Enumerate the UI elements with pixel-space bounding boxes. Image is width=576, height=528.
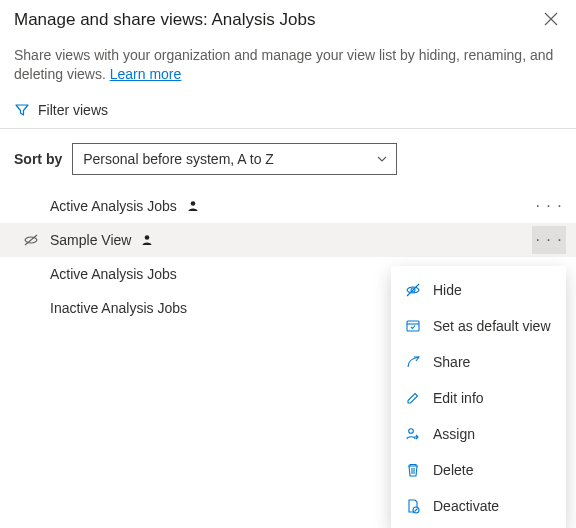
filter-label: Filter views [38,102,108,118]
menu-item-label: Edit info [433,390,484,406]
menu-item-share[interactable]: Share [391,344,566,380]
menu-item-hide[interactable]: Hide [391,272,566,308]
menu-item-edit-info[interactable]: Edit info [391,380,566,416]
menu-item-label: Set as default view [433,318,551,334]
person-icon [187,200,199,212]
svg-rect-3 [407,321,419,331]
share-icon [405,354,421,370]
menu-item-label: Deactivate [433,498,499,514]
learn-more-link[interactable]: Learn more [110,66,182,82]
menu-item-delete[interactable]: Delete [391,452,566,488]
menu-item-label: Share [433,354,470,370]
sort-label: Sort by [14,151,62,167]
menu-item-assign[interactable]: Assign [391,416,566,452]
menu-item-label: Hide [433,282,462,298]
close-icon [544,12,558,26]
view-label: Inactive Analysis Jobs [50,300,187,316]
assign-icon [405,426,421,442]
menu-item-label: Assign [433,426,475,442]
person-icon [141,234,153,246]
view-label: Sample View [50,232,131,248]
view-label: Active Analysis Jobs [50,198,177,214]
view-label: Active Analysis Jobs [50,266,177,282]
divider [0,128,576,129]
edit-icon [405,390,421,406]
close-button[interactable] [540,10,562,32]
svg-point-4 [409,429,414,434]
menu-item-label: Delete [433,462,473,478]
more-actions-button[interactable]: · · · [532,192,566,220]
panel-description: Share views with your organization and m… [14,46,562,84]
svg-point-0 [191,201,196,206]
hide-icon [405,282,421,298]
more-actions-button[interactable]: · · · [532,226,566,254]
delete-icon [405,462,421,478]
sort-dropdown[interactable]: Personal before system, A to Z [72,143,397,175]
svg-point-1 [145,235,150,240]
hidden-indicator [20,232,42,248]
sort-selected-value: Personal before system, A to Z [83,151,274,167]
panel-title: Manage and share views: Analysis Jobs [14,10,315,30]
default-view-icon [405,318,421,334]
chevron-down-icon [376,153,388,165]
view-row[interactable]: Sample View· · · [0,223,576,257]
filter-views-button[interactable]: Filter views [14,102,562,118]
menu-item-set-as-default-view[interactable]: Set as default view [391,308,566,344]
view-row[interactable]: Active Analysis Jobs· · · [0,189,576,223]
deactivate-icon [405,498,421,514]
context-menu: HideSet as default viewShareEdit infoAss… [391,266,566,528]
description-text: Share views with your organization and m… [14,47,553,82]
filter-icon [14,102,30,118]
menu-item-deactivate[interactable]: Deactivate [391,488,566,524]
